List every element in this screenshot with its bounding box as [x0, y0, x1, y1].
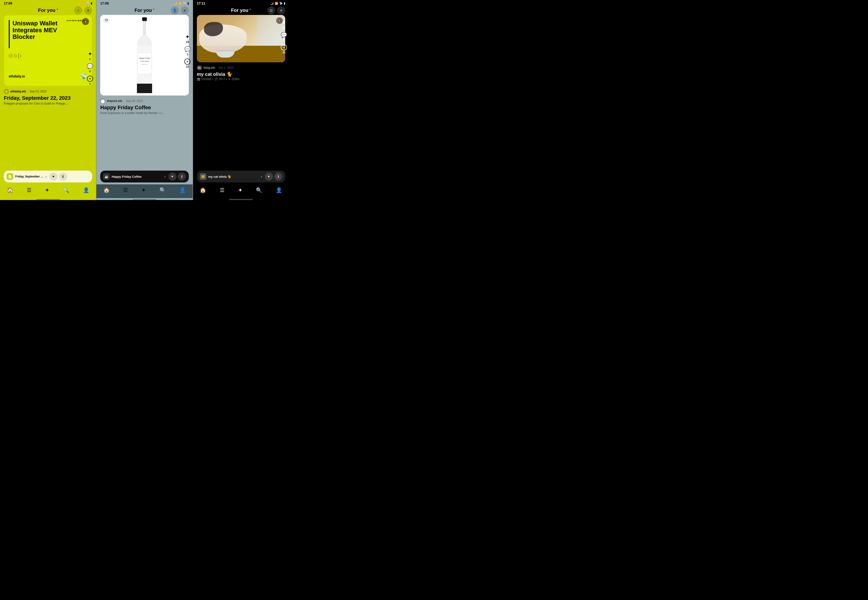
- status-icons-1: 🌙 📶 📡 ▮: [77, 2, 92, 5]
- battery-icon-2: ▮: [188, 2, 189, 5]
- nav-home-3[interactable]: 🏠: [200, 187, 206, 193]
- follow-action-2[interactable]: + 12: [184, 59, 191, 68]
- nav-feed-1[interactable]: ☰: [27, 187, 32, 193]
- cat-photo-3: 🔇: [197, 15, 285, 62]
- battery-icon-1: ▮: [91, 2, 92, 5]
- filter-button-3[interactable]: ≡: [277, 6, 285, 14]
- card-1[interactable]: 🔇 Uniswap Wallet Integrates MEV Blocker …: [4, 15, 92, 86]
- content-3: 🔇 ✦ 26 💬 0 + 20 0x: [193, 15, 289, 169]
- waveform-1: [9, 53, 87, 59]
- collect-sparkle-1[interactable]: ✦: [50, 173, 57, 180]
- signal-icon-2: 📶: [178, 2, 182, 5]
- nav-profile-2[interactable]: 👤: [179, 187, 186, 193]
- header-title-3[interactable]: For you ˅: [231, 8, 251, 13]
- nav-feed-3[interactable]: ☰: [220, 187, 225, 193]
- nav-home-1[interactable]: 🏠: [7, 187, 13, 193]
- collect-info-2[interactable]: ℹ: [178, 173, 186, 180]
- post-title-3: my cat olivia 🐈: [197, 71, 285, 77]
- nav-spark-2[interactable]: ✦: [141, 187, 146, 193]
- chevron-down-icon-1: ˅: [56, 9, 58, 12]
- collect-chevron-1: ›: [45, 175, 47, 179]
- nav-profile-1[interactable]: 👤: [83, 187, 89, 193]
- nav-search-2[interactable]: 🔍: [159, 187, 166, 193]
- collect-bar-2: ☕ Happy Friday Coffee › ✦ ℹ: [100, 171, 189, 182]
- person-button-2[interactable]: 👤: [171, 6, 179, 14]
- post-desc-2: Pure Espresso in a bottle made by friend…: [100, 111, 189, 115]
- card-wrapper-3: 🔇 ✦ 26 💬 0 + 20: [197, 15, 285, 62]
- nav-profile-3[interactable]: 👤: [276, 187, 282, 193]
- svg-rect-1: [143, 21, 146, 35]
- card-audio-1: Uniswap Wallet Integrates MEV Blocker 22…: [9, 20, 87, 80]
- card-2[interactable]: 🛡 Happ: [100, 15, 189, 95]
- nav-search-3[interactable]: 🔍: [256, 187, 262, 193]
- collect-label-2: Happy Friday Coffee: [112, 175, 162, 179]
- nav-bar-3: 🏠 ☰ ✦ 🔍 👤: [193, 184, 289, 198]
- sparkle-action-1[interactable]: ✦ 1: [87, 51, 93, 61]
- username-2[interactable]: thepark.eth: [107, 99, 122, 103]
- username-1[interactable]: ethdaily.eth: [11, 90, 26, 93]
- comment-action-2[interactable]: 💬 1: [184, 46, 191, 56]
- home-indicator-1: [36, 199, 60, 200]
- phone-panel-1: 17:09 🌙 📶 📡 ▮ For you ˅ ♪ ≡ 🔇: [0, 0, 96, 200]
- header-actions-2: 👤 ≡: [171, 6, 189, 14]
- bottle-svg-2: Happy Friday Coffee Black Espresso: [130, 17, 159, 93]
- header-actions-1: ♪ ≡: [74, 6, 92, 14]
- collect-info-3[interactable]: ℹ: [274, 173, 283, 180]
- sparkle-icon-2: ✦: [185, 34, 189, 40]
- collect-sparkle-3[interactable]: ✦: [265, 173, 273, 180]
- avatar-2[interactable]: ⬤: [100, 98, 106, 103]
- card-3[interactable]: 🔇: [197, 15, 285, 62]
- collect-actions-2: ✦ ℹ: [168, 173, 186, 180]
- sparkle-action-2[interactable]: ✦ 23: [184, 34, 191, 43]
- nav-spark-3[interactable]: ✦: [238, 187, 242, 193]
- nav-feed-2[interactable]: ☰: [123, 187, 128, 193]
- post-title-2: Happy Friday Coffee: [100, 105, 189, 111]
- username-3[interactable]: 0xbg.eth: [204, 66, 215, 70]
- follow-button-2[interactable]: +: [184, 59, 191, 65]
- collect-icon-3: 🐱: [200, 173, 206, 180]
- nav-spark-1[interactable]: ✦: [45, 187, 49, 193]
- comment-action-1[interactable]: 💬 0: [87, 63, 93, 73]
- avatar-3[interactable]: 0x: [197, 65, 202, 70]
- video-button-3[interactable]: ⊡: [267, 6, 275, 14]
- follow-button-1[interactable]: +: [87, 76, 93, 82]
- home-indicator-3: [229, 199, 253, 200]
- follow-button-3[interactable]: +: [281, 44, 287, 50]
- wifi-icon-2: 📡: [183, 2, 186, 5]
- status-time-3: 17:11: [197, 2, 206, 5]
- collect-actions-1: ✦ ℹ: [50, 173, 67, 180]
- comment-icon-2: 💬: [184, 46, 191, 52]
- sparkle-icon-1: ✦: [88, 51, 92, 57]
- separator-2: ·: [124, 99, 124, 103]
- meta-date-1: Sep 23, 2023: [30, 90, 47, 93]
- collect-sparkle-2[interactable]: ✦: [168, 173, 177, 180]
- moon-icon-2: 🌙: [174, 2, 177, 5]
- filter-button-1[interactable]: ≡: [84, 6, 92, 14]
- phone-panel-2: 17:09 🌙 📶 📡 ▮ For you ˅ 👤 ≡ 🛡: [96, 0, 193, 200]
- chevron-down-icon-2: ˅: [153, 9, 154, 12]
- header-title-1[interactable]: For you ˅: [38, 8, 58, 13]
- separator-1: ·: [27, 90, 28, 93]
- comment-action-3[interactable]: 💬 0: [281, 32, 287, 41]
- mute-button-1[interactable]: 🔇: [82, 18, 89, 25]
- music-button-1[interactable]: ♪: [74, 6, 82, 14]
- nav-search-1[interactable]: 🔍: [63, 187, 69, 193]
- side-actions-2: ✦ 23 💬 1 + 12: [184, 34, 191, 68]
- follow-action-3[interactable]: + 20: [281, 44, 287, 54]
- post-desc-1: Polygon proposes for Celo to build on Po…: [4, 102, 92, 105]
- sparkle-icon-3: ✦: [282, 20, 286, 26]
- svg-rect-0: [142, 17, 147, 21]
- wifi-icon-3: 📡: [279, 2, 283, 5]
- avatar-1[interactable]: e: [4, 89, 9, 94]
- nav-bar-2: 🏠 ☰ ✦ 🔍 👤: [97, 184, 192, 198]
- antenna-icon-1: 📡: [80, 73, 87, 80]
- separator-3: ·: [216, 66, 217, 70]
- collect-icon-2: ☕: [103, 173, 110, 180]
- sparkle-action-3[interactable]: ✦ 26: [281, 20, 287, 29]
- nav-home-2[interactable]: 🏠: [103, 187, 110, 193]
- header-title-2[interactable]: For you ˅: [135, 8, 154, 13]
- follow-action-1[interactable]: + 1: [87, 76, 93, 85]
- collect-info-1[interactable]: ℹ: [59, 173, 67, 180]
- filter-button-2[interactable]: ≡: [181, 6, 189, 14]
- collect-label-1: Friday, September 22, 20...: [15, 175, 44, 178]
